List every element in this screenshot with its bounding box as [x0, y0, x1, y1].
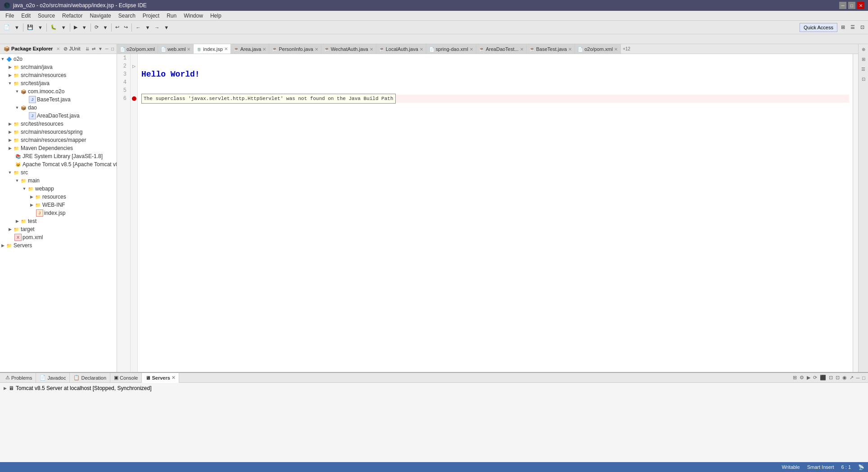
tree-toggle-4[interactable]: ▼ [14, 89, 20, 94]
tree-toggle-15[interactable]: ▼ [14, 178, 20, 183]
tab-close-1[interactable]: ✕ [187, 47, 190, 52]
menu-item-window[interactable]: Window [180, 12, 207, 20]
new-button[interactable]: 📄 [2, 23, 12, 32]
tab-close-7[interactable]: ✕ [470, 47, 473, 52]
maximize-bottom-button[interactable]: □ [861, 375, 866, 381]
minimize-bottom-button[interactable]: ─ [855, 375, 861, 381]
bottom-btn-2[interactable]: ⚙ [799, 375, 805, 381]
tab-close-10[interactable]: ✕ [614, 47, 618, 52]
toolbar-btn-9[interactable]: ↪ [122, 23, 130, 32]
menu-item-search[interactable]: Search [115, 12, 139, 20]
tree-item-18[interactable]: ▶📁WEB-INF [0, 201, 117, 209]
tree-item-21[interactable]: ▶📁target [0, 225, 117, 233]
maximize-panel-button[interactable]: □ [110, 46, 115, 51]
tree-item-6[interactable]: ▼📦dao [0, 104, 117, 112]
tree-toggle-10[interactable]: ▶ [7, 137, 13, 143]
bottom-btn-7[interactable]: ⊡ [835, 375, 841, 381]
toolbar-btn-3[interactable]: ▼ [36, 23, 45, 32]
tree-toggle-23[interactable]: ▶ [0, 243, 5, 248]
minimize-panel-button[interactable]: ─ [104, 46, 109, 51]
tree-item-19[interactable]: Jindex.jsp [0, 209, 117, 217]
editor-tab-5[interactable]: ☕WechatAuth.java✕ [321, 44, 376, 54]
tree-item-20[interactable]: ▶📁test [0, 217, 117, 225]
tree-item-2[interactable]: ▶📁src/main/resources [0, 71, 117, 79]
tree-item-22[interactable]: Xpom.xml [0, 233, 117, 241]
tab-declaration[interactable]: 📋 Declaration [70, 373, 110, 383]
editor-tab-4[interactable]: ☕PersonInfo.java✕ [269, 44, 321, 54]
bottom-btn-9[interactable]: ↗ [849, 375, 854, 381]
tabs-overflow[interactable]: +12 [621, 44, 632, 54]
editor-tab-7[interactable]: 📄spring-dao.xml✕ [426, 44, 476, 54]
tab-close-4[interactable]: ✕ [315, 47, 318, 52]
tree-item-12[interactable]: 📚JRE System Library [JavaSE-1.8] [0, 152, 117, 160]
bottom-btn-1[interactable]: ⊞ [792, 375, 798, 381]
perspective-btn-1[interactable]: ⊞ [839, 23, 847, 32]
close-button[interactable]: ✕ [857, 2, 864, 9]
toolbar-btn-8[interactable]: ↩ [113, 23, 121, 32]
tree-item-14[interactable]: ▼📁src [0, 168, 117, 177]
tree-item-7[interactable]: JAreaDaoTest.java [0, 112, 117, 120]
toolbar-btn-10[interactable]: ← [134, 23, 142, 32]
tab-servers-close[interactable]: ✕ [172, 375, 175, 380]
tree-toggle-2[interactable]: ▶ [7, 73, 13, 78]
fold-icon[interactable]: ▷ [131, 62, 137, 70]
tree-item-11[interactable]: ▶📁Maven Dependencies [0, 144, 117, 152]
editor-tab-0[interactable]: 📄o2o/pom.xml [117, 44, 158, 54]
tree-toggle-17[interactable]: ▶ [29, 194, 34, 200]
toolbar-btn-4[interactable]: ▼ [59, 23, 68, 32]
tree-item-4[interactable]: ▼📦com.imooc.o2o [0, 87, 117, 95]
tab-close-5[interactable]: ✕ [370, 47, 373, 52]
editor-tab-10[interactable]: 📄o2o/pom.xml✕ [575, 44, 621, 54]
menu-item-file[interactable]: File [2, 12, 18, 20]
tree-item-15[interactable]: ▼📁main [0, 177, 117, 185]
start-server-button[interactable]: ▶ [806, 375, 811, 381]
menu-item-source[interactable]: Source [34, 12, 59, 20]
tree-toggle-14[interactable]: ▼ [7, 170, 13, 175]
right-panel-btn-4[interactable]: ⊡ [859, 75, 868, 83]
tab-servers[interactable]: 🖥 Servers ✕ [142, 373, 179, 383]
title-bar-controls[interactable]: ─ □ ✕ [839, 2, 864, 9]
tab-close-8[interactable]: ✕ [520, 47, 524, 52]
editor-tab-8[interactable]: ☕AreaDaoTest...✕ [476, 44, 527, 54]
quick-access-button[interactable]: Quick Access [800, 23, 837, 32]
tab-problems[interactable]: ⚠ Problems [2, 373, 36, 383]
tab-close-9[interactable]: ✕ [568, 47, 572, 52]
collapse-all-button[interactable]: ⇊ [85, 46, 90, 51]
right-panel-btn-1[interactable]: ⊕ [859, 45, 868, 53]
tree-item-9[interactable]: ▶📁src/main/resources/spring [0, 128, 117, 136]
tab-close-3[interactable]: ✕ [262, 47, 266, 52]
tree-toggle-1[interactable]: ▶ [7, 64, 13, 70]
menu-item-edit[interactable]: Edit [18, 12, 34, 20]
restart-server-button[interactable]: ⟳ [812, 375, 818, 381]
perspective-btn-2[interactable]: ☰ [849, 23, 857, 32]
code-editor[interactable]: Hello World! The superclass 'javax.servl… [138, 54, 853, 372]
toolbar-btn-2[interactable]: ▼ [13, 23, 21, 32]
toolbar-btn-5[interactable]: ▼ [80, 23, 89, 32]
stop-server-button[interactable]: ⬛ [819, 375, 827, 381]
tree-item-3[interactable]: ▼📁src/test/java [0, 79, 117, 87]
right-panel-btn-2[interactable]: ⊞ [859, 55, 868, 63]
tree-toggle-9[interactable]: ▶ [7, 129, 13, 135]
run-button[interactable]: ▶ [72, 23, 79, 32]
link-editor-button[interactable]: ⇄ [91, 46, 96, 51]
toolbar-btn-11[interactable]: ▼ [143, 23, 152, 32]
tree-toggle-11[interactable]: ▶ [7, 145, 13, 151]
tree-toggle-3[interactable]: ▼ [7, 81, 13, 86]
menu-item-run[interactable]: Run [163, 12, 180, 20]
tree-item-0[interactable]: ▼🔷o2o [0, 55, 117, 63]
tab-package-explorer[interactable]: 📦 Package Explorer [2, 46, 54, 52]
tab-junit[interactable]: ⊘ JUnit [62, 46, 82, 52]
tree-item-1[interactable]: ▶📁src/main/java [0, 63, 117, 71]
tab-javadoc[interactable]: 📄 Javadoc [36, 373, 70, 383]
toolbar-btn-6[interactable]: ⟳ [93, 23, 100, 32]
save-button[interactable]: 💾 [25, 23, 35, 32]
perspective-btn-3[interactable]: ⊡ [859, 23, 866, 32]
toolbar-btn-12[interactable]: → [153, 23, 161, 32]
server-item[interactable]: ▶ 🖥 Tomcat v8.5 Server at localhost [Sto… [2, 384, 866, 393]
tree-item-16[interactable]: ▼📁webapp [0, 185, 117, 193]
menu-item-project[interactable]: Project [139, 12, 163, 20]
editor-tab-2[interactable]: 🍵index.jsp✕ [194, 44, 231, 54]
menu-item-navigate[interactable]: Navigate [86, 12, 114, 20]
menu-item-refactor[interactable]: Refactor [59, 12, 86, 20]
tree-item-13[interactable]: 🐱Apache Tomcat v8.5 [Apache Tomcat v8.5] [0, 160, 117, 168]
